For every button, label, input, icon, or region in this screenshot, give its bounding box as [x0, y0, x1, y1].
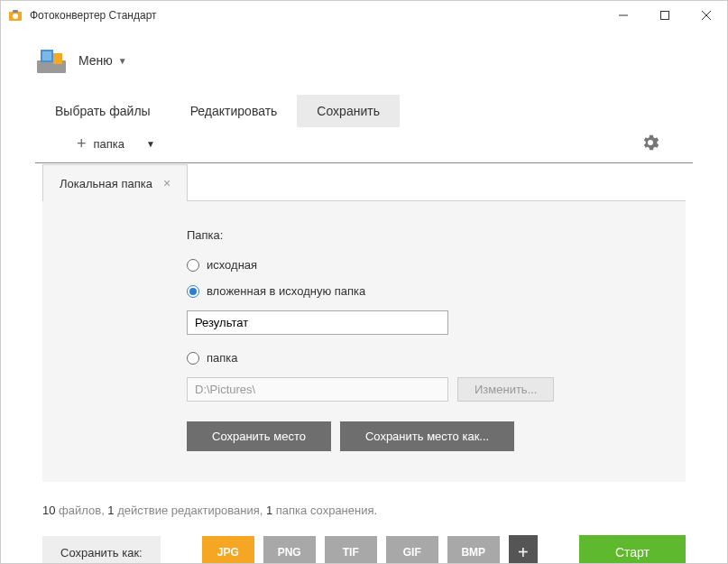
- main-tabs: Выбрать файлы Редактировать Сохранить: [1, 95, 727, 127]
- save-panel: Папка: исходная вложенная в исходную пап…: [42, 201, 686, 482]
- status-files-word: файлов,: [55, 504, 107, 517]
- start-button[interactable]: Старт: [579, 535, 686, 564]
- svg-rect-2: [13, 10, 18, 13]
- status-files-count: 10: [42, 504, 55, 517]
- minimize-button[interactable]: [603, 1, 644, 30]
- folder-dropdown-caret[interactable]: ▼: [146, 139, 155, 149]
- status-actions-count: 1: [107, 504, 114, 517]
- status-folders-word: папка сохранения.: [272, 504, 377, 517]
- format-bmp-button[interactable]: BMP: [447, 536, 500, 564]
- format-jpg-button[interactable]: JPG: [202, 536, 254, 564]
- nested-folder-input[interactable]: [187, 310, 448, 335]
- radio-source-label[interactable]: исходная: [207, 258, 257, 272]
- tab-save[interactable]: Сохранить: [297, 95, 400, 127]
- tab-edit[interactable]: Редактировать: [170, 95, 298, 127]
- add-folder-button[interactable]: + папка: [77, 134, 124, 153]
- format-tif-button[interactable]: TIF: [325, 536, 377, 564]
- app-logo-icon: [35, 44, 68, 77]
- footer: Сохранить как: JPG PNG TIF GIF BMP + Ста…: [1, 535, 727, 564]
- tab-local-folder-label: Локальная папка: [60, 177, 152, 190]
- radio-row-source: исходная: [187, 258, 659, 272]
- save-place-as-button[interactable]: Сохранить место как...: [340, 421, 514, 451]
- add-folder-label: папка: [94, 137, 125, 151]
- save-as-button[interactable]: Сохранить как:: [42, 536, 161, 565]
- settings-button[interactable]: [642, 134, 659, 153]
- path-row: Изменить...: [187, 377, 659, 402]
- menu-label-text: Меню: [78, 53, 113, 68]
- titlebar: Фотоконвертер Стандарт: [1, 1, 727, 30]
- panel-buttons: Сохранить место Сохранить место как...: [187, 421, 659, 451]
- radio-row-nested: вложенная в исходную папка: [187, 284, 659, 298]
- svg-point-1: [13, 14, 18, 19]
- plus-icon: +: [77, 134, 87, 153]
- format-png-button[interactable]: PNG: [263, 536, 316, 564]
- format-gif-button[interactable]: GIF: [386, 536, 438, 564]
- window-controls: [603, 1, 727, 30]
- folder-heading: Папка:: [187, 228, 659, 242]
- location-tabs: Локальная папка ×: [42, 163, 686, 201]
- tab-local-folder[interactable]: Локальная папка ×: [42, 164, 188, 201]
- tab-select-files[interactable]: Выбрать файлы: [35, 95, 170, 127]
- chevron-down-icon: ▼: [118, 56, 127, 66]
- menubar: Меню ▼: [1, 30, 727, 95]
- radio-folder-label[interactable]: папка: [207, 351, 238, 365]
- maximize-button[interactable]: [644, 1, 686, 30]
- window-title: Фотоконвертер Стандарт: [30, 9, 603, 22]
- add-format-button[interactable]: +: [509, 535, 538, 564]
- radio-source[interactable]: [187, 259, 199, 272]
- radio-folder[interactable]: [187, 352, 199, 365]
- status-bar: 10 файлов, 1 действие редактирования, 1 …: [1, 500, 727, 535]
- close-button[interactable]: [686, 1, 727, 30]
- radio-nested[interactable]: [187, 285, 199, 298]
- close-icon[interactable]: ×: [163, 176, 170, 190]
- path-input: [187, 377, 448, 402]
- app-icon: [8, 8, 23, 23]
- radio-row-folder: папка: [187, 351, 659, 365]
- save-place-button[interactable]: Сохранить место: [187, 421, 331, 451]
- toolbar: + папка ▼: [35, 127, 693, 163]
- status-actions-word: действие редактирования,: [115, 504, 266, 517]
- svg-rect-9: [42, 51, 51, 60]
- menu-dropdown[interactable]: Меню ▼: [78, 53, 127, 68]
- radio-nested-label[interactable]: вложенная в исходную папка: [207, 284, 365, 298]
- browse-button: Изменить...: [457, 377, 554, 402]
- svg-rect-10: [53, 53, 62, 64]
- svg-rect-4: [661, 12, 669, 20]
